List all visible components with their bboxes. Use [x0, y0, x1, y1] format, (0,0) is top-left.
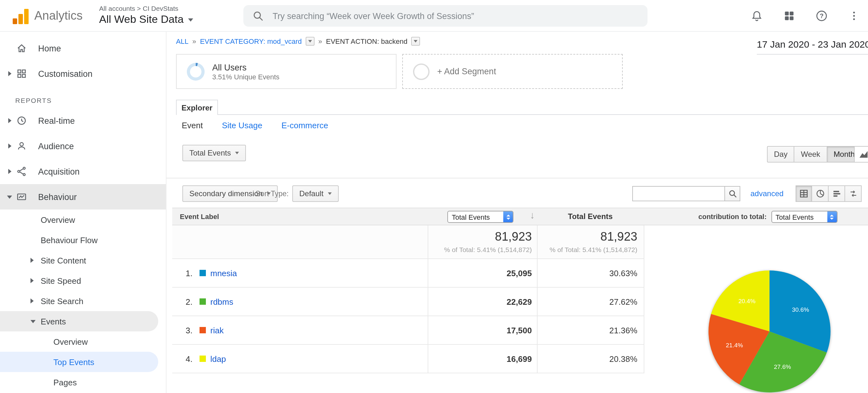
global-search[interactable]	[243, 5, 648, 27]
sidebar-section-reports: REPORTS	[15, 97, 166, 107]
sidebar-item-home[interactable]: Home	[0, 36, 166, 61]
add-segment-circle-icon	[413, 63, 430, 80]
sidebar-item-site-speed[interactable]: Site Speed	[0, 270, 166, 291]
kebab-menu-icon[interactable]	[846, 8, 862, 24]
row-rank: 1.	[180, 259, 192, 288]
dimension-column-header[interactable]: Event Label	[180, 208, 219, 225]
pie-chart[interactable]: 30.6%27.6%21.4%20.4%	[706, 268, 833, 393]
event-label-link[interactable]: mnesia	[210, 259, 237, 288]
nav-label: Site Search	[41, 296, 83, 306]
product-name: Analytics	[34, 8, 83, 23]
select-arrows-icon	[503, 211, 513, 223]
row-total-events: 25,095	[506, 259, 532, 288]
pivot-icon	[848, 189, 858, 199]
event-label-link[interactable]: riak	[210, 316, 224, 345]
metric-selector-button[interactable]: Total Events	[182, 145, 246, 161]
sidebar-item-audience[interactable]: Audience	[0, 133, 166, 159]
metric-column-select[interactable]: Total Events	[447, 211, 514, 223]
home-icon	[15, 42, 28, 54]
chart-type-button[interactable]	[854, 146, 868, 163]
row-total-events: 17,500	[506, 316, 532, 345]
metric-column-select-value: Total Events	[448, 213, 503, 221]
add-segment-label: + Add Segment	[437, 67, 496, 76]
sidebar-item-acquisition[interactable]: Acquisition	[0, 159, 166, 184]
breadcrumb-separator: »	[192, 37, 196, 45]
granularity-day-button[interactable]: Day	[767, 146, 795, 163]
row-percent: 21.36%	[609, 316, 637, 345]
chevron-right-icon	[8, 143, 11, 149]
customisation-icon	[15, 68, 28, 79]
sidebar-item-realtime[interactable]: Real-time	[0, 108, 166, 133]
view-pie-button[interactable]	[812, 186, 829, 202]
pie-slice-label: 21.4%	[726, 342, 743, 349]
nav-label: Acquisition	[38, 167, 80, 176]
action-dropdown-button[interactable]	[411, 37, 420, 46]
sidebar-item-events[interactable]: Events	[0, 311, 158, 331]
subtab-event[interactable]: Event	[182, 121, 203, 130]
summary-value: 81,923	[444, 230, 532, 244]
sidebar-item-site-search[interactable]: Site Search	[0, 291, 166, 311]
date-range-selector[interactable]: 17 Jan 2020 - 23 Jan 2020	[757, 39, 868, 55]
help-icon[interactable]: ?	[814, 8, 829, 24]
chevron-right-icon	[8, 118, 11, 123]
event-label-link[interactable]: rdbms	[210, 288, 233, 316]
account-breadcrumb[interactable]: All accounts > CI DevStats	[99, 5, 193, 13]
search-icon	[252, 10, 264, 22]
divider	[166, 178, 868, 178]
sidebar-item-events-overview[interactable]: Overview	[0, 331, 166, 352]
left-nav: Home Customisation REPORTS Real-time	[0, 32, 166, 393]
apps-grid-icon[interactable]	[782, 8, 797, 24]
segment-all-users[interactable]: All Users 3.51% Unique Events	[176, 54, 397, 89]
nav-label: Site Content	[41, 256, 86, 265]
sidebar-item-behaviour-flow[interactable]: Behaviour Flow	[0, 230, 166, 250]
notifications-bell-icon[interactable]	[749, 8, 765, 24]
row-rank: 4.	[180, 345, 192, 373]
table-view-switch	[796, 186, 862, 202]
view-bar-button[interactable]	[829, 186, 845, 202]
row-percent: 20.38%	[609, 345, 637, 373]
sidebar-item-top-events[interactable]: Top Events	[0, 352, 158, 372]
table-search-input[interactable]	[632, 186, 725, 201]
table-row: 3. riak 17,500 21.36%	[172, 316, 644, 345]
breadcrumb-action: EVENT ACTION: backend	[326, 37, 407, 45]
table-summary-row: 81,923 % of Total: 5.41% (1,514,872) 81,…	[172, 225, 644, 259]
sidebar-item-customisation[interactable]: Customisation	[0, 61, 166, 86]
table-row: 4. ldap 16,699 20.38%	[172, 345, 644, 373]
chevron-down-icon	[31, 320, 36, 323]
advanced-link[interactable]: advanced	[750, 189, 783, 198]
summary-total-events: 81,923 % of Total: 5.41% (1,514,872)	[550, 230, 637, 253]
subtab-site-usage[interactable]: Site Usage	[222, 121, 262, 130]
category-dropdown-button[interactable]	[306, 37, 314, 46]
event-label-link[interactable]: ldap	[210, 345, 226, 373]
nav-label: Behaviour Flow	[41, 235, 97, 245]
metric-column-header[interactable]: Total Events	[527, 208, 654, 225]
sidebar-item-behaviour[interactable]: Behaviour	[0, 184, 166, 209]
subtab-ecommerce[interactable]: E-commerce	[281, 121, 328, 130]
row-total-events: 22,629	[506, 288, 532, 316]
svg-text:?: ?	[820, 12, 824, 20]
add-segment-card[interactable]: + Add Segment	[402, 54, 623, 89]
pie-slice-label: 30.6%	[792, 306, 809, 313]
search-input[interactable]	[271, 10, 639, 21]
chevron-down-icon	[414, 40, 417, 42]
nav-label: Behaviour	[38, 192, 77, 202]
view-pivot-button[interactable]	[845, 186, 862, 202]
area-chart-icon	[858, 149, 868, 160]
sidebar-item-site-content[interactable]: Site Content	[0, 250, 166, 270]
analytics-logo-icon[interactable]	[13, 7, 29, 24]
pie-slice-label: 20.4%	[738, 298, 755, 304]
sort-type-button[interactable]: Default	[292, 186, 339, 202]
sidebar-item-overview[interactable]: Overview	[0, 209, 166, 230]
chevron-right-icon	[31, 258, 34, 263]
view-table-button[interactable]	[796, 186, 812, 202]
nav-label: Real-time	[38, 116, 75, 125]
contribution-select[interactable]: Total Events	[771, 211, 837, 223]
property-selector[interactable]: All Web Site Data	[99, 13, 193, 27]
chevron-right-icon	[31, 298, 34, 303]
granularity-week-button[interactable]: Week	[795, 146, 827, 163]
breadcrumb-category-link[interactable]: EVENT CATEGORY: mod_vcard	[200, 37, 302, 45]
sidebar-item-pages[interactable]: Pages	[0, 372, 166, 392]
breadcrumb-all-link[interactable]: ALL	[176, 37, 188, 45]
table-search-button[interactable]	[725, 186, 740, 201]
tab-explorer[interactable]: Explorer	[176, 100, 218, 115]
